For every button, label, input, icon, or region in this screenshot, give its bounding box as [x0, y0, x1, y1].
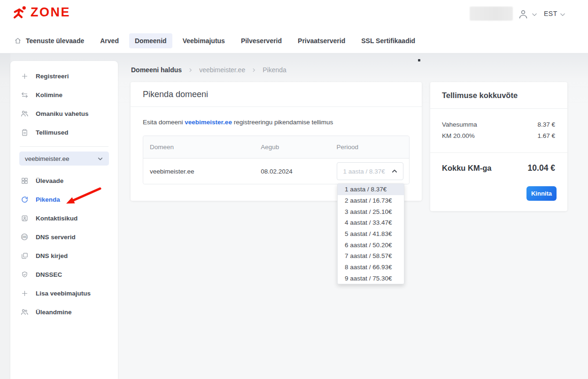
- renew-description: Esita domeeni veebimeister.ee registreer…: [143, 119, 410, 126]
- sidebar-item-ulevaade[interactable]: Ülevaade: [10, 171, 118, 190]
- home-icon: [14, 37, 22, 45]
- renew-icon: [20, 195, 29, 204]
- sidebar-divider: [20, 146, 108, 147]
- period-option-8[interactable]: 8 aastat / 66.93€: [338, 262, 404, 273]
- language-selector[interactable]: EST: [544, 10, 557, 17]
- zone-logo[interactable]: ZONE: [11, 5, 70, 19]
- sidebar-item-lisa-veebimajutus[interactable]: Lisa veebimajutus: [10, 284, 118, 303]
- col-header-periood: Periood: [337, 144, 409, 151]
- app-header: ZONE EST: [0, 0, 588, 28]
- col-header-aegub: Aegub: [261, 144, 336, 151]
- cursor-artifact: [418, 59, 420, 61]
- sidebar-item-dns-serverid[interactable]: DNS DNS serverid: [10, 227, 118, 246]
- cell-expires: 08.02.2024: [261, 168, 336, 175]
- period-select[interactable]: 1 aasta / 8.37€: [337, 162, 403, 180]
- cell-domain: veebimeister.ee: [143, 168, 261, 175]
- dns-globe-icon: DNS: [20, 233, 29, 241]
- breadcrumb-domain[interactable]: veebimeister.ee: [199, 66, 245, 74]
- period-option-4[interactable]: 4 aastat / 33.47€: [338, 217, 404, 228]
- confirm-button[interactable]: Kinnita: [526, 186, 557, 201]
- sidebar-item-dnssec[interactable]: DNSSEC: [10, 265, 118, 284]
- period-option-3[interactable]: 3 aastat / 25.10€: [338, 206, 404, 217]
- period-option-6[interactable]: 6 aastat / 50.20€: [338, 239, 404, 250]
- sidebar-item-registreeri[interactable]: Registreeri: [10, 67, 118, 85]
- copies-icon: [20, 251, 29, 260]
- summary-total-row: Kokku KM-ga 10.04 €: [430, 153, 567, 173]
- col-header-domeen: Domeen: [143, 144, 261, 151]
- card-header: Pikenda domeeni: [131, 82, 422, 107]
- total-value: 10.04 €: [528, 163, 555, 173]
- sidebar-item-kontaktisikud[interactable]: Kontaktisikud: [10, 209, 118, 227]
- nav-item-veebimajutus[interactable]: Veebimajutus: [177, 33, 231, 48]
- shield-icon: [20, 270, 29, 279]
- nav-item-privaatserverid[interactable]: Privaatserverid: [292, 33, 351, 48]
- svg-text:DNS: DNS: [22, 236, 27, 238]
- clipboard-icon: [20, 128, 29, 136]
- logo-wordmark: ZONE: [31, 6, 70, 19]
- contact-card-icon: [20, 214, 29, 222]
- domain-selector[interactable]: veebimeister.ee: [19, 152, 109, 166]
- breadcrumb: Domeeni haldus veebimeister.ee Pikenda: [131, 66, 286, 74]
- period-option-2[interactable]: 2 aastat / 16.73€: [338, 195, 404, 206]
- table-row: veebimeister.ee 08.02.2024 1 aasta / 8.3…: [143, 159, 409, 184]
- chevron-up-icon: [391, 168, 398, 174]
- sidebar-item-tellimused[interactable]: Tellimused: [10, 123, 118, 142]
- chevron-right-icon: [188, 68, 193, 73]
- period-option-9[interactable]: 9 aastat / 75.30€: [338, 273, 404, 284]
- plus-icon: [20, 289, 29, 297]
- period-option-1[interactable]: 1 aasta / 8.37€: [338, 184, 404, 195]
- username-redacted: [470, 7, 513, 21]
- period-option-7[interactable]: 7 aastat / 58.57€: [338, 250, 404, 262]
- sidebar-item-uleandmine[interactable]: Üleandmine: [10, 303, 118, 321]
- account-icon[interactable]: [518, 8, 529, 20]
- domain-table: Domeen Aegub Periood veebimeister.ee 08.…: [143, 136, 410, 184]
- nav-item-ssl-sertifikaadid[interactable]: SSL Sertifikaadid: [356, 33, 421, 48]
- sidebar-item-dns-kirjed[interactable]: DNS kirjed: [10, 246, 118, 265]
- sidebar-item-pikenda[interactable]: Pikenda: [10, 190, 118, 209]
- left-gutter: [0, 53, 10, 379]
- nav-item-teenuste-ulevaade[interactable]: Teenuste ülevaade: [8, 33, 90, 48]
- renew-domain-card: Pikenda domeeni Esita domeeni veebimeist…: [131, 82, 422, 201]
- main-nav: Teenuste ülevaade Arved Domeenid Veebima…: [0, 28, 588, 53]
- summary-row-subtotal: Vahesumma 8.37 €: [442, 121, 555, 128]
- sidebar: Registreeri Kolimine Omaniku vahetus Tel…: [10, 61, 118, 379]
- summary-rows: Vahesumma 8.37 € KM 20.00% 1.67 €: [430, 109, 567, 139]
- runner-icon: [11, 5, 27, 19]
- breadcrumb-current: Pikenda: [263, 66, 286, 74]
- domain-link[interactable]: veebimeister.ee: [185, 119, 232, 126]
- language-chevron-down-icon[interactable]: [559, 11, 566, 18]
- sidebar-item-omaniku-vahetus[interactable]: Omaniku vahetus: [10, 104, 118, 123]
- page-title: Pikenda domeeni: [143, 90, 208, 99]
- period-dropdown-menu: 1 aasta / 8.37€ 2 aastat / 16.73€ 3 aast…: [337, 183, 404, 284]
- breadcrumb-domeeni-haldus[interactable]: Domeeni haldus: [131, 66, 182, 74]
- summary-title: Tellimuse kokkuvõte: [442, 91, 518, 100]
- period-option-5[interactable]: 5 aastat / 41.83€: [338, 228, 404, 240]
- nav-item-pilveserverid[interactable]: Pilveserverid: [235, 33, 287, 48]
- table-header-row: Domeen Aegub Periood: [143, 136, 409, 159]
- users-icon: [20, 109, 29, 118]
- grid-icon: [20, 176, 29, 185]
- order-summary-card: Tellimuse kokkuvõte Vahesumma 8.37 € KM …: [430, 82, 567, 211]
- nav-item-arved[interactable]: Arved: [94, 33, 124, 48]
- chevron-right-icon: [251, 68, 256, 73]
- content-area: Registreeri Kolimine Omaniku vahetus Tel…: [0, 53, 588, 379]
- transfer-icon: [20, 91, 29, 99]
- chevron-down-icon: [97, 156, 103, 162]
- plus-icon: [20, 72, 29, 80]
- summary-header: Tellimuse kokkuvõte: [430, 82, 567, 109]
- summary-row-vat: KM 20.00% 1.67 €: [442, 132, 555, 139]
- nav-item-domeenid[interactable]: Domeenid: [129, 33, 172, 48]
- users-icon: [20, 308, 29, 316]
- account-chevron-down-icon[interactable]: [531, 11, 538, 18]
- sidebar-item-kolimine[interactable]: Kolimine: [10, 85, 118, 104]
